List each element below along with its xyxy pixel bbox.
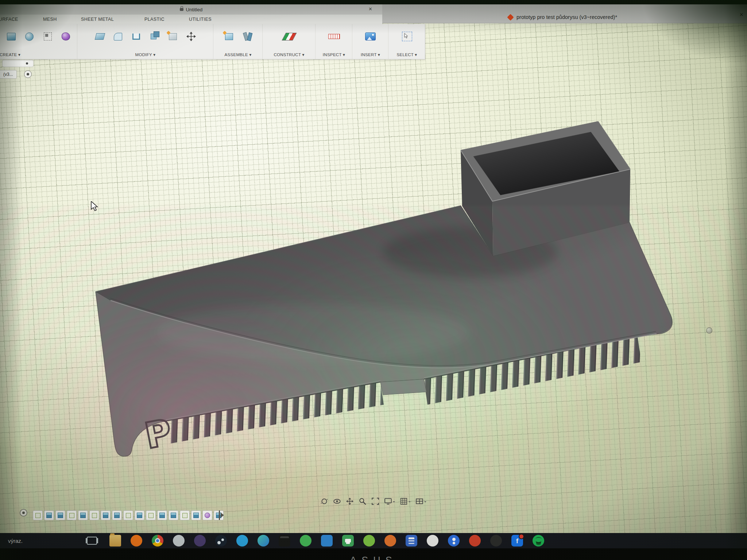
tab-mesh[interactable]: MESH	[43, 17, 57, 22]
pan-icon[interactable]	[346, 497, 354, 505]
create-form-icon[interactable]	[58, 28, 74, 44]
firefox-icon[interactable]	[131, 535, 142, 547]
app-icon-dark-circle[interactable]	[490, 535, 502, 547]
terminal-icon[interactable]	[279, 535, 290, 547]
timeline-feature-sketch[interactable]	[180, 510, 190, 520]
file-explorer-icon[interactable]	[109, 535, 121, 547]
app-icon-purple-circle[interactable]	[194, 535, 206, 547]
pinwheel-icon[interactable]	[427, 535, 438, 547]
window-close-button[interactable]: ×	[739, 11, 743, 19]
app-icon-green-circle[interactable]	[300, 535, 311, 547]
chevron-down-icon	[393, 501, 395, 503]
create-pattern-icon[interactable]	[40, 28, 56, 44]
3d-model-viewport[interactable]: P	[0, 23, 747, 533]
taskbar-app-icons: f	[109, 535, 544, 547]
ribbon-group-inspect: INSPECT ▾	[316, 24, 352, 59]
timeline-feature-extrude[interactable]	[157, 510, 167, 520]
ribbon-group-select: SELECT ▾	[389, 24, 425, 59]
app-icon-red-circle[interactable]	[469, 535, 481, 547]
tab-close-button[interactable]: ×	[369, 5, 372, 13]
press-pull-icon[interactable]	[92, 28, 108, 44]
window-tab-label[interactable]: Untitled	[186, 7, 203, 12]
ribbon-toolbar: CREATE ▾ MODIFY ▾	[0, 24, 425, 59]
notification-badge	[519, 534, 524, 539]
spotify-icon[interactable]	[533, 535, 544, 547]
select-cursor-icon[interactable]	[399, 28, 415, 44]
insert-image-icon[interactable]	[363, 28, 379, 44]
document-node-label[interactable]: (v3...	[0, 70, 17, 79]
mouse-cursor	[90, 201, 100, 211]
tab-utilities[interactable]: UTILITIES	[189, 17, 212, 22]
feature-timeline	[33, 510, 224, 520]
construct-plane-icon[interactable]	[281, 28, 297, 44]
taskbar-search-text[interactable]: výraz.	[8, 538, 23, 544]
inspect-menu-label[interactable]: INSPECT ▾	[316, 52, 352, 57]
insert-menu-label[interactable]: INSERT ▾	[353, 52, 388, 57]
timeline-feature-extrude[interactable]	[44, 510, 54, 520]
leaf-icon[interactable]	[363, 535, 375, 547]
cube-app-icon[interactable]	[321, 535, 333, 547]
fit-view-icon[interactable]	[371, 497, 379, 505]
display-settings-icon[interactable]	[384, 497, 395, 505]
facebook-icon[interactable]: f	[511, 535, 523, 547]
chevron-down-icon	[409, 501, 411, 503]
look-at-icon[interactable]	[333, 497, 341, 505]
timeline-feature-sketch[interactable]	[123, 510, 133, 520]
chevron-down-icon	[424, 501, 426, 503]
tab-surface[interactable]: SURFACE	[0, 17, 18, 22]
ribbon-group-insert: INSERT ▾	[353, 24, 388, 59]
timeline-position-marker[interactable]	[20, 509, 27, 517]
timeline-feature-form[interactable]	[202, 510, 212, 520]
task-view-icon[interactable]	[87, 537, 97, 545]
create-sphere-icon[interactable]	[22, 28, 38, 44]
viewports-icon[interactable]	[415, 497, 426, 505]
app-icon-orange-circle[interactable]	[384, 535, 396, 547]
grid-settings-icon[interactable]	[400, 497, 411, 505]
model-part[interactable]: P	[96, 121, 672, 457]
assemble-menu-label[interactable]: ASSEMBLE ▾	[214, 52, 262, 57]
chrome-icon[interactable]	[152, 535, 163, 547]
timeline-feature-extrude[interactable]	[112, 510, 122, 520]
steam-icon[interactable]	[215, 535, 227, 547]
tab-sheet-metal[interactable]: SHEET METAL	[81, 17, 114, 22]
timeline-feature-sketch[interactable]	[146, 510, 156, 520]
screen-share-icon[interactable]	[342, 535, 354, 547]
combine-icon[interactable]	[147, 28, 163, 44]
timeline-feature-extrude[interactable]	[169, 510, 178, 520]
timeline-feature-sketch[interactable]	[67, 510, 77, 520]
viewport-canvas[interactable]: P	[0, 23, 747, 533]
edge-icon[interactable]	[258, 535, 269, 547]
timeline-feature-sketch[interactable]	[89, 510, 99, 520]
calculator-icon[interactable]	[406, 535, 417, 547]
timeline-end-marker[interactable]	[219, 510, 227, 520]
timeline-feature-extrude[interactable]	[101, 510, 111, 520]
account-icon[interactable]	[448, 535, 460, 547]
shell-icon[interactable]	[128, 28, 144, 44]
browser-panel-collapsed[interactable]	[2, 60, 34, 67]
measure-icon[interactable]	[326, 28, 342, 44]
timeline-feature-extrude[interactable]	[55, 510, 65, 520]
create-box-icon[interactable]	[3, 28, 19, 44]
create-menu-label[interactable]: CREATE ▾	[0, 52, 49, 57]
offset-face-icon[interactable]	[165, 28, 181, 44]
joint-icon[interactable]	[239, 28, 255, 44]
canvas-origin-dot	[706, 327, 712, 334]
fillet-icon[interactable]	[110, 28, 126, 44]
model-flat-tab[interactable]	[380, 379, 426, 395]
timeline-feature-extrude[interactable]	[78, 510, 88, 520]
timeline-feature-extrude[interactable]	[135, 510, 144, 520]
timeline-feature-extrude[interactable]	[191, 510, 201, 520]
telegram-icon[interactable]	[236, 535, 248, 547]
zoom-icon[interactable]	[359, 497, 367, 505]
move-copy-icon[interactable]	[183, 28, 199, 44]
new-component-icon[interactable]	[221, 28, 237, 44]
orbit-icon[interactable]	[320, 497, 328, 505]
app-icon-light-circle[interactable]	[173, 535, 185, 547]
view-navigation-bar	[320, 497, 426, 505]
construct-menu-label[interactable]: CONSTRUCT ▾	[263, 52, 315, 57]
select-menu-label[interactable]: SELECT ▾	[389, 52, 425, 57]
tab-plastic[interactable]: PLASTIC	[144, 17, 165, 22]
document-visibility-toggle[interactable]	[24, 70, 32, 78]
timeline-feature-sketch[interactable]	[33, 510, 43, 520]
modify-menu-label[interactable]: MODIFY ▾	[78, 52, 213, 57]
